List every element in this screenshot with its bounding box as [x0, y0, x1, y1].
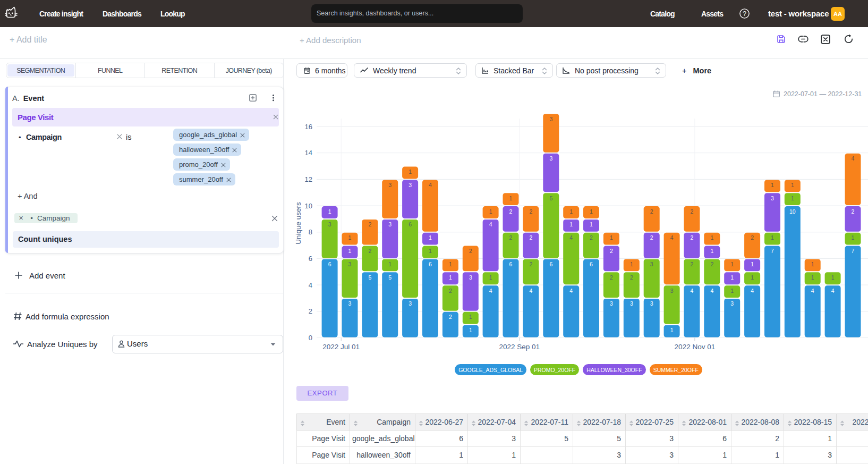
svg-text:4: 4: [670, 234, 674, 241]
svg-text:3: 3: [650, 261, 653, 267]
svg-text:3: 3: [650, 300, 653, 307]
svg-text:2: 2: [309, 307, 312, 315]
svg-text:1: 1: [670, 327, 674, 333]
svg-text:2: 2: [529, 234, 532, 241]
svg-text:10: 10: [305, 202, 312, 210]
svg-text:5: 5: [388, 274, 392, 281]
svg-text:1: 1: [730, 274, 734, 281]
svg-text:6: 6: [409, 221, 412, 227]
svg-text:1: 1: [388, 261, 392, 267]
svg-text:7: 7: [771, 248, 774, 254]
svg-text:2022 Jul 01: 2022 Jul 01: [322, 343, 360, 351]
svg-text:2: 2: [509, 234, 513, 241]
svg-text:6: 6: [429, 261, 432, 267]
svg-text:Unique users: Unique users: [294, 202, 302, 244]
svg-text:1: 1: [730, 288, 734, 294]
svg-text:4: 4: [569, 234, 573, 241]
svg-text:4: 4: [569, 288, 573, 294]
svg-text:1: 1: [489, 274, 492, 281]
svg-text:3: 3: [549, 155, 552, 162]
svg-text:1: 1: [569, 208, 573, 215]
svg-text:1: 1: [429, 234, 432, 241]
svg-text:3: 3: [610, 300, 613, 307]
svg-text:14: 14: [305, 149, 312, 157]
svg-text:4: 4: [852, 155, 855, 162]
svg-text:1: 1: [791, 182, 794, 188]
svg-text:1: 1: [590, 221, 593, 227]
svg-text:4: 4: [309, 281, 312, 289]
svg-text:1: 1: [852, 234, 855, 241]
svg-text:3: 3: [630, 300, 633, 307]
svg-text:1: 1: [730, 261, 734, 267]
svg-text:2: 2: [650, 234, 653, 241]
svg-text:1: 1: [449, 274, 452, 281]
svg-text:4: 4: [710, 288, 713, 294]
svg-text:2: 2: [610, 248, 613, 254]
svg-text:6: 6: [309, 255, 312, 263]
svg-text:4: 4: [429, 182, 432, 188]
svg-text:3: 3: [469, 274, 472, 281]
svg-text:2: 2: [710, 261, 713, 267]
svg-text:1: 1: [509, 195, 513, 201]
svg-text:4: 4: [811, 288, 814, 294]
svg-text:2: 2: [590, 234, 593, 241]
svg-text:3: 3: [388, 182, 392, 188]
svg-text:1: 1: [489, 208, 492, 215]
svg-text:6: 6: [549, 261, 552, 267]
svg-text:1: 1: [630, 261, 633, 267]
svg-text:2: 2: [529, 261, 532, 267]
svg-text:3: 3: [409, 182, 412, 188]
svg-text:5: 5: [549, 195, 552, 201]
svg-text:2022 Sep 01: 2022 Sep 01: [499, 343, 540, 351]
svg-text:3: 3: [348, 261, 352, 267]
svg-text:12: 12: [305, 175, 312, 183]
svg-text:3: 3: [388, 221, 392, 227]
svg-text:2: 2: [368, 248, 371, 254]
svg-text:8: 8: [309, 228, 312, 236]
svg-text:3: 3: [670, 288, 674, 294]
svg-text:1: 1: [429, 248, 432, 254]
svg-text:1: 1: [590, 208, 593, 215]
svg-text:6: 6: [328, 261, 331, 267]
svg-text:4: 4: [529, 288, 532, 294]
svg-text:2: 2: [690, 208, 693, 215]
svg-text:1: 1: [469, 327, 472, 333]
svg-text:1: 1: [791, 195, 794, 201]
svg-text:1: 1: [348, 248, 352, 254]
svg-text:2: 2: [368, 221, 371, 227]
svg-text:3: 3: [549, 116, 552, 122]
svg-text:16: 16: [305, 123, 312, 131]
svg-text:2: 2: [529, 208, 532, 215]
svg-text:1: 1: [771, 234, 774, 241]
svg-text:4: 4: [690, 288, 693, 294]
svg-text:1: 1: [569, 221, 573, 227]
svg-text:1: 1: [751, 274, 754, 281]
svg-text:3: 3: [348, 300, 352, 307]
svg-text:3: 3: [730, 300, 734, 307]
svg-text:2: 2: [690, 234, 693, 241]
svg-text:4: 4: [489, 288, 492, 294]
svg-text:2: 2: [449, 314, 452, 320]
svg-text:1: 1: [710, 248, 713, 254]
svg-text:2: 2: [852, 208, 855, 215]
svg-text:2: 2: [630, 274, 633, 281]
svg-text:1: 1: [710, 234, 713, 241]
svg-text:4: 4: [751, 288, 754, 294]
svg-text:1: 1: [409, 168, 412, 175]
svg-text:2: 2: [509, 208, 513, 215]
svg-text:6: 6: [509, 261, 513, 267]
svg-text:2: 2: [610, 274, 613, 281]
svg-text:1: 1: [811, 261, 814, 267]
svg-text:1: 1: [348, 234, 352, 241]
svg-text:3: 3: [328, 221, 331, 227]
svg-text:1: 1: [449, 261, 452, 267]
svg-text:1: 1: [751, 261, 754, 267]
svg-text:1: 1: [811, 274, 814, 281]
svg-text:2: 2: [650, 208, 653, 215]
svg-text:1: 1: [610, 234, 613, 241]
svg-text:3: 3: [771, 195, 774, 201]
svg-text:?: ?: [743, 10, 746, 18]
svg-text:3: 3: [409, 300, 412, 307]
svg-text:1: 1: [469, 314, 472, 320]
svg-text:1: 1: [771, 182, 774, 188]
